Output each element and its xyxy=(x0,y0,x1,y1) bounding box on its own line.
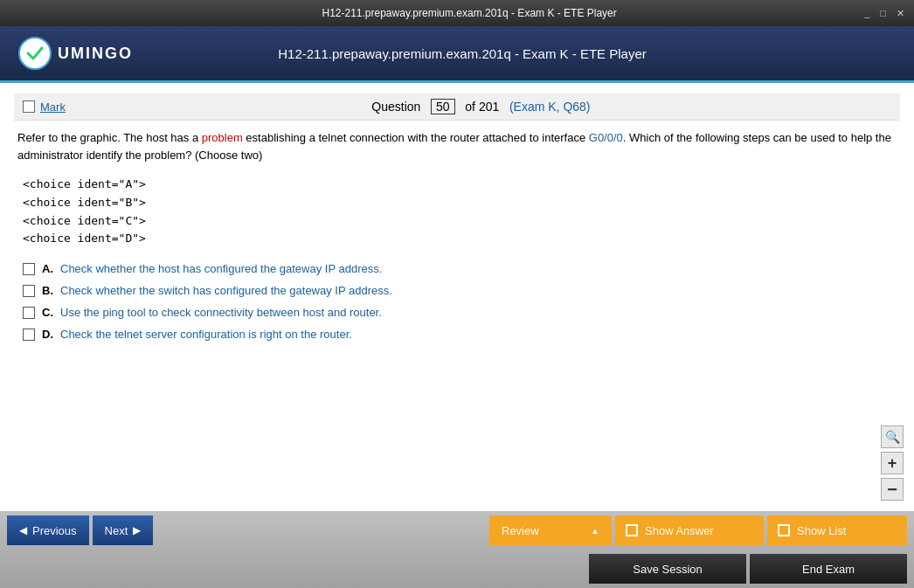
xml-line-1: <choice ident="A"> xyxy=(23,176,900,194)
save-session-button[interactable]: Save Session xyxy=(589,554,746,584)
show-list-label: Show List xyxy=(797,524,846,537)
title-bar: H12-211.prepaway.premium.exam.201q - Exa… xyxy=(0,0,914,26)
choice-letter-d: D. xyxy=(42,328,53,341)
choice-checkbox-b[interactable] xyxy=(23,285,35,297)
mark-checkbox[interactable] xyxy=(23,100,35,113)
svg-point-0 xyxy=(19,38,51,69)
logo-icon xyxy=(17,36,52,71)
window-controls[interactable]: _ □ ✕ xyxy=(862,8,907,19)
choice-letter-a: A. xyxy=(42,262,53,275)
review-button[interactable]: Review ▲ xyxy=(489,515,612,545)
zoom-in-button[interactable]: + xyxy=(881,452,904,474)
review-label: Review xyxy=(502,524,539,537)
xml-line-2: <choice ident="B"> xyxy=(23,194,900,212)
choice-item-a: A. Check whether the host has configured… xyxy=(23,262,900,275)
xml-line-3: <choice ident="C"> xyxy=(23,212,900,231)
choice-letter-b: B. xyxy=(42,284,53,297)
question-text-part2: establishing a telnet connection with th… xyxy=(243,131,589,144)
question-text: Refer to the graphic. The host has a pro… xyxy=(14,129,900,163)
mark-label[interactable]: Mark xyxy=(40,100,66,114)
question-label: Question xyxy=(371,100,420,114)
choice-text-c: Use the ping tool to check connectivity … xyxy=(60,306,382,319)
end-exam-label: End Exam xyxy=(802,563,855,576)
xml-line-4: <choice ident="D"> xyxy=(23,230,900,248)
app-header: UMINGO H12-211.prepaway.premium.exam.201… xyxy=(0,26,914,83)
choice-text-a: Check whether the host has configured th… xyxy=(60,262,382,275)
next-arrow-icon: ▶ xyxy=(133,524,141,536)
main-content: Mark Question 50 of 201 (Exam K, Q68) Re… xyxy=(0,83,914,511)
zoom-controls: 🔍 + − xyxy=(881,425,904,501)
show-answer-checkbox-icon xyxy=(626,524,638,536)
show-list-checkbox-icon xyxy=(778,524,790,536)
question-text-part1: Refer to the graphic. The host has a xyxy=(17,131,202,144)
choice-item-d: D. Check the telnet server configuration… xyxy=(23,328,900,341)
next-label: Next xyxy=(105,524,128,537)
maximize-button[interactable]: □ xyxy=(877,8,889,19)
bottom-toolbar: ◀ Previous Next ▶ Review ▲ Show Answer S… xyxy=(0,511,914,588)
window-title: H12-211.prepaway.premium.exam.201q - Exa… xyxy=(77,7,862,19)
question-info: Question 50 of 201 (Exam K, Q68) xyxy=(346,99,616,114)
show-answer-label: Show Answer xyxy=(645,524,714,537)
minimize-button[interactable]: _ xyxy=(862,8,872,19)
previous-button[interactable]: ◀ Previous xyxy=(7,515,89,545)
mark-row: Mark Question 50 of 201 (Exam K, Q68) xyxy=(14,93,900,121)
next-button[interactable]: Next ▶ xyxy=(93,515,154,545)
choice-item-b: B. Check whether the switch has configur… xyxy=(23,284,900,297)
interface-word: G0/0/0 xyxy=(589,131,623,144)
toolbar-row2: Save Session End Exam xyxy=(0,550,914,588)
end-exam-button[interactable]: End Exam xyxy=(750,554,907,584)
previous-label: Previous xyxy=(32,524,77,537)
header-title: H12-211.prepaway.premium.exam.201q - Exa… xyxy=(133,46,792,61)
show-list-button[interactable]: Show List xyxy=(767,515,907,545)
choice-text-d: Check the telnet server configuration is… xyxy=(60,328,352,341)
problem-word: problem xyxy=(202,131,243,144)
choice-checkbox-d[interactable] xyxy=(23,329,35,341)
previous-arrow-icon: ◀ xyxy=(19,524,27,536)
logo-area: UMINGO xyxy=(17,36,133,71)
exam-ref: (Exam K, Q68) xyxy=(509,100,591,114)
show-answer-button[interactable]: Show Answer xyxy=(615,515,764,545)
save-session-label: Save Session xyxy=(633,563,703,576)
choices-container: A. Check whether the host has configured… xyxy=(23,262,900,341)
question-number: 50 xyxy=(431,99,455,114)
choice-checkbox-c[interactable] xyxy=(23,307,35,319)
review-arrow-icon: ▲ xyxy=(591,526,599,536)
search-icon[interactable]: 🔍 xyxy=(881,425,904,448)
choice-text-b: Check whether the switch has configured … xyxy=(60,284,392,297)
question-total: of 201 xyxy=(465,100,499,114)
zoom-out-button[interactable]: − xyxy=(881,478,904,501)
choice-item-c: C. Use the ping tool to check connectivi… xyxy=(23,306,900,319)
toolbar-row1: ◀ Previous Next ▶ Review ▲ Show Answer S… xyxy=(0,511,914,550)
choice-letter-c: C. xyxy=(42,306,53,319)
choice-checkbox-a[interactable] xyxy=(23,263,35,275)
close-button[interactable]: ✕ xyxy=(894,8,907,19)
xml-block: <choice ident="A"> <choice ident="B"> <c… xyxy=(23,176,900,248)
logo-text: UMINGO xyxy=(58,45,133,63)
